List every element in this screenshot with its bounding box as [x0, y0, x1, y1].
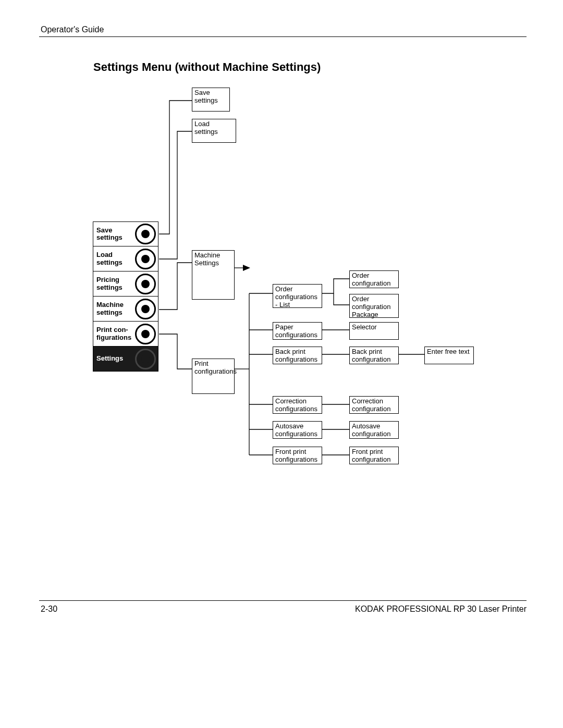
- node-load-settings: Load settings: [192, 119, 236, 143]
- node-frontprint-configs: Front print configurations: [273, 447, 322, 464]
- node-correction-configs: Correction configurations: [273, 396, 322, 414]
- node-backprint-configuration: Back print configuration: [349, 347, 399, 364]
- menu-item-machine-settings[interactable]: Machine settings: [93, 297, 158, 322]
- node-save-settings: Save settings: [192, 88, 230, 112]
- radio-button-icon[interactable]: [135, 224, 156, 244]
- radio-button-icon[interactable]: [135, 274, 156, 294]
- node-order-configuration-package: Order configuration Package: [349, 294, 399, 318]
- menu-item-pricing-settings[interactable]: Pricing settings: [93, 272, 158, 297]
- node-paper-configs: Paper configurations: [273, 322, 322, 340]
- document-page: Operator's Guide Settings Menu (without …: [0, 0, 563, 728]
- menu-label-settings: Settings: [93, 355, 135, 362]
- settings-menu-diagram: Save settings Load settings Pricing sett…: [0, 0, 563, 728]
- radio-button-icon[interactable]: [135, 324, 156, 344]
- node-autosave-configs: Autosave configurations: [273, 421, 322, 439]
- menu-label-machine: Machine settings: [93, 301, 135, 316]
- menu-label-load: Load settings: [93, 251, 135, 266]
- node-autosave-configuration: Autosave configuration: [349, 421, 399, 439]
- arrow-right-icon: [243, 265, 250, 271]
- node-order-configs-list: Order configurations - List: [273, 284, 322, 308]
- menu-item-load-settings[interactable]: Load settings: [93, 246, 158, 272]
- node-correction-configuration: Correction configuration: [349, 396, 399, 414]
- radio-button-icon[interactable]: [135, 249, 156, 269]
- node-machine-settings: Machine Settings: [192, 250, 235, 300]
- node-order-configuration: Order configuration: [349, 270, 399, 288]
- menu-item-print-configurations[interactable]: Print con- figurations: [93, 322, 158, 347]
- node-enter-free-text: Enter free text: [424, 347, 474, 364]
- radio-button-icon[interactable]: [135, 299, 156, 319]
- menu-label-printconf: Print con- figurations: [93, 326, 135, 341]
- settings-side-menu: Save settings Load settings Pricing sett…: [93, 221, 158, 372]
- menu-label-save: Save settings: [93, 227, 135, 242]
- menu-label-pricing: Pricing settings: [93, 276, 135, 291]
- radio-button-icon[interactable]: [135, 349, 156, 369]
- node-backprint-configs: Back print configurations: [273, 347, 322, 364]
- node-print-configurations: Print configurations: [192, 359, 235, 394]
- menu-item-settings-current[interactable]: Settings: [93, 347, 158, 372]
- menu-item-save-settings[interactable]: Save settings: [93, 221, 158, 246]
- node-frontprint-configuration: Front print configuration: [349, 447, 399, 464]
- node-selector: Selector: [349, 322, 399, 340]
